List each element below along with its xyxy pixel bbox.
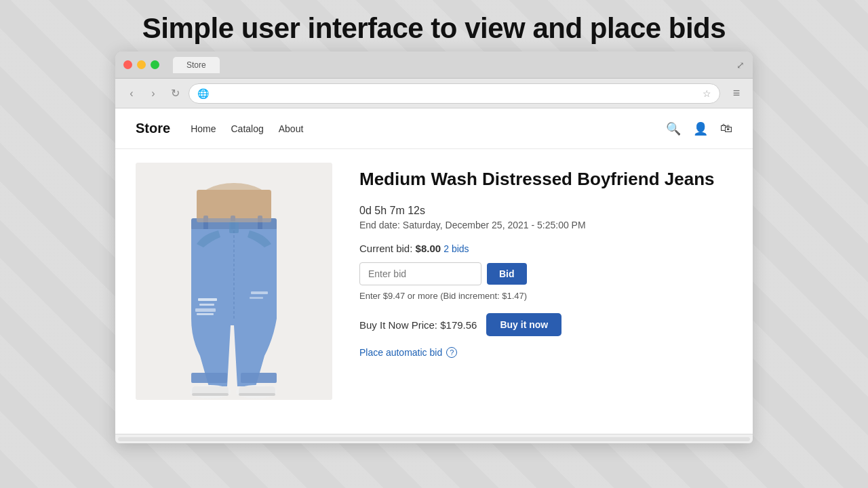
current-bid-amount: $8.00 [416, 243, 441, 254]
nav-links: Home Catalog About [191, 123, 303, 134]
product-image [136, 163, 332, 400]
svg-rect-11 [251, 291, 268, 294]
bookmark-icon[interactable]: ☆ [703, 88, 711, 99]
minimize-button[interactable] [137, 60, 146, 69]
product-info: Medium Wash Distressed Boyfriend Jeans 0… [359, 163, 732, 358]
globe-icon: 🌐 [197, 88, 209, 99]
account-icon[interactable]: 👤 [693, 121, 708, 136]
svg-rect-14 [191, 373, 227, 383]
maximize-button[interactable] [151, 60, 159, 69]
end-date: End date: Saturday, December 25, 2021 - … [359, 220, 732, 230]
end-date-label: End date: [359, 220, 400, 230]
browser-tabs: Store [173, 57, 220, 73]
svg-rect-10 [197, 313, 214, 315]
traffic-lights [123, 60, 159, 69]
bid-row: Bid [359, 262, 732, 285]
svg-rect-8 [199, 304, 214, 306]
nav-link-about[interactable]: About [279, 123, 304, 134]
browser-menu-button[interactable]: ≡ [728, 85, 745, 102]
product-title: Medium Wash Distressed Boyfriend Jeans [359, 168, 732, 191]
bid-button[interactable]: Bid [487, 263, 527, 285]
auto-bid-link[interactable]: Place automatic bid [359, 347, 442, 358]
buy-now-price-value: $179.56 [440, 319, 477, 331]
svg-rect-20 [192, 393, 229, 396]
buy-now-label: Buy It Now Price: $179.56 [359, 319, 477, 331]
bid-input[interactable] [359, 262, 481, 285]
current-bid-label: Current bid: [359, 243, 412, 254]
store-navbar: Store Home Catalog About 🔍 👤 🛍 [115, 108, 753, 149]
jeans-visual [136, 163, 332, 400]
product-area: Medium Wash Distressed Boyfriend Jeans 0… [115, 149, 753, 420]
svg-rect-15 [241, 373, 277, 383]
buy-now-button[interactable]: Buy it now [486, 313, 561, 336]
browser-toolbar: ‹ › ↻ 🌐 ☆ ≡ [115, 79, 753, 108]
expand-icon[interactable]: ⤢ [736, 60, 745, 70]
close-button[interactable] [123, 60, 132, 69]
end-date-value: Saturday, December 25, 2021 - 5:25:00 PM [403, 220, 586, 230]
nav-link-home[interactable]: Home [191, 123, 216, 134]
cart-icon[interactable]: 🛍 [720, 121, 732, 136]
svg-rect-9 [195, 308, 216, 312]
reload-button[interactable]: ↻ [167, 85, 183, 102]
browser-titlebar: Store ⤢ [115, 52, 753, 79]
auction-timer: 0d 5h 7m 12s [359, 205, 732, 217]
current-bid: Current bid: $8.00 2 bids [359, 243, 732, 254]
store-page: Store Home Catalog About 🔍 👤 🛍 [115, 108, 753, 434]
forward-button[interactable]: › [145, 85, 161, 102]
back-button[interactable]: ‹ [123, 85, 140, 102]
browser-scrollbar [115, 434, 753, 443]
svg-rect-7 [198, 298, 217, 301]
browser-window: Store ⤢ ‹ › ↻ 🌐 ☆ ≡ Store Home Catalog A… [115, 52, 753, 443]
address-bar[interactable]: 🌐 ☆ [189, 83, 720, 104]
nav-right-icons: 🔍 👤 🛍 [666, 121, 732, 136]
svg-rect-22 [197, 190, 271, 222]
nav-link-catalog[interactable]: Catalog [231, 123, 263, 134]
store-logo: Store [136, 121, 170, 136]
auto-bid-row: Place automatic bid ? [359, 347, 732, 358]
svg-rect-12 [250, 297, 263, 299]
help-icon[interactable]: ? [446, 347, 457, 358]
page-headline: Simple user interface to view and place … [0, 12, 868, 45]
bid-hint: Enter $9.47 or more (Bid increment: $1.4… [359, 291, 732, 301]
svg-rect-21 [239, 393, 275, 396]
buy-now-row: Buy It Now Price: $179.56 Buy it now [359, 313, 732, 336]
scrollbar-track[interactable] [118, 437, 750, 441]
active-tab[interactable]: Store [173, 57, 220, 73]
search-icon[interactable]: 🔍 [666, 121, 681, 136]
bids-count-link[interactable]: 2 bids [443, 243, 469, 254]
